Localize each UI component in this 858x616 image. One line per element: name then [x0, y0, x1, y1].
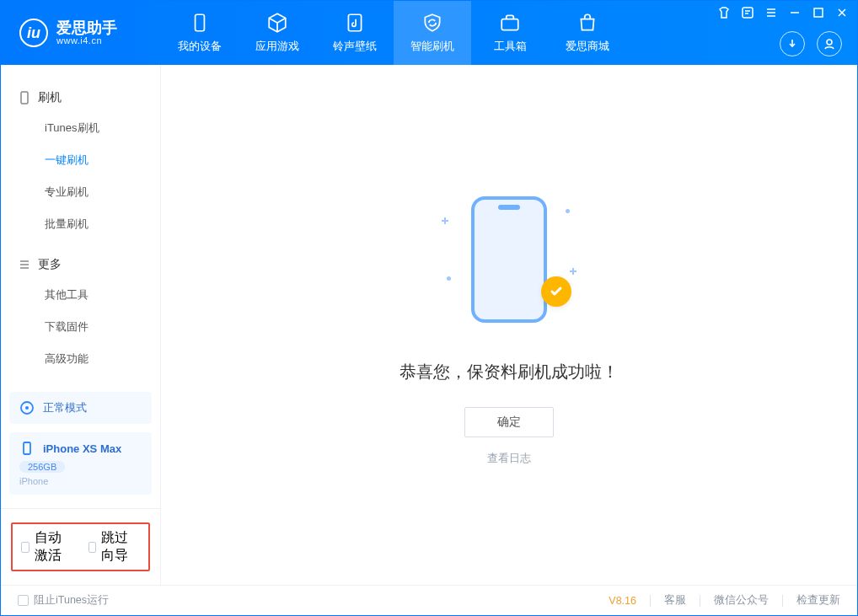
app-window: iu 爱思助手 www.i4.cn 我的设备 应用游戏 铃声壁纸 智能刷机 [0, 0, 858, 616]
app-title: 爱思助手 [56, 20, 117, 35]
device-storage: 256GB [19, 461, 65, 473]
sidebar-item-itunes-flash[interactable]: iTunes刷机 [1, 112, 160, 144]
close-icon[interactable] [835, 6, 849, 19]
checkbox-icon [88, 542, 97, 553]
svg-rect-6 [21, 92, 28, 104]
separator [650, 595, 651, 607]
phone-icon [19, 441, 35, 456]
briefcase-icon [499, 12, 521, 34]
tab-label: 工具箱 [494, 39, 527, 54]
tab-store[interactable]: 爱思商城 [549, 1, 626, 65]
sidebar-group-more: 更多 其他工具 下载固件 高级功能 [1, 240, 160, 375]
logo-icon: iu [19, 19, 48, 47]
status-bar: 阻止iTunes运行 V8.16 客服 微信公众号 检查更新 [1, 585, 857, 615]
app-subtitle: www.i4.cn [56, 35, 117, 46]
mode-card[interactable]: 正常模式 [9, 392, 152, 424]
sidebar-group-header: 更多 [1, 250, 160, 279]
checkbox-icon [21, 542, 29, 553]
success-message: 恭喜您，保资料刷机成功啦！ [400, 361, 619, 383]
mode-icon [19, 400, 35, 415]
wechat-link[interactable]: 微信公众号 [714, 593, 769, 608]
tab-smart-flash[interactable]: 智能刷机 [394, 1, 471, 65]
tab-label: 智能刷机 [410, 39, 454, 54]
svg-rect-4 [814, 8, 823, 17]
svg-rect-9 [24, 442, 30, 454]
user-button[interactable] [817, 31, 842, 56]
sidebar-cards: 正常模式 iPhone XS Max 256GB iPhone [1, 383, 160, 508]
tab-apps-games[interactable]: 应用游戏 [239, 1, 316, 65]
sidebar-group-flash: 刷机 iTunes刷机 一键刷机 专业刷机 批量刷机 [1, 73, 160, 240]
view-log-link[interactable]: 查看日志 [487, 451, 531, 466]
sidebar-group-title: 刷机 [38, 90, 62, 105]
checkbox-label: 自动激活 [35, 529, 73, 565]
header-actions [780, 31, 842, 56]
success-illustration [442, 184, 576, 335]
window-controls [717, 6, 849, 19]
svg-rect-3 [743, 8, 753, 18]
tab-label: 我的设备 [178, 39, 222, 54]
device-icon [189, 12, 211, 34]
separator [700, 595, 700, 607]
support-link[interactable]: 客服 [664, 593, 686, 608]
mode-label: 正常模式 [43, 400, 87, 415]
minimize-icon[interactable] [788, 6, 802, 19]
checkbox-icon [18, 595, 29, 606]
device-type: iPhone [19, 476, 48, 486]
feedback-icon[interactable] [741, 6, 754, 19]
svg-point-8 [25, 406, 29, 410]
tab-ringtone-wallpaper[interactable]: 铃声壁纸 [316, 1, 394, 65]
sidebar-item-advanced[interactable]: 高级功能 [1, 343, 160, 375]
check-update-link[interactable]: 检查更新 [796, 593, 840, 608]
tab-label: 爱思商城 [566, 39, 609, 54]
sidebar: 刷机 iTunes刷机 一键刷机 专业刷机 批量刷机 更多 其他工具 下载固件 … [1, 65, 161, 585]
maximize-icon[interactable] [812, 6, 825, 19]
sidebar-bottom: 自动激活 跳过向导 [1, 508, 160, 585]
separator [782, 595, 783, 607]
auto-activate-checkbox[interactable]: 自动激活 [21, 529, 73, 565]
check-badge-icon [541, 276, 571, 307]
bag-icon [576, 12, 598, 34]
main-content: 恭喜您，保资料刷机成功啦！ 确定 查看日志 [161, 65, 857, 585]
tab-label: 应用游戏 [255, 39, 299, 54]
phone-icon [18, 91, 31, 104]
menu-icon[interactable] [764, 6, 778, 19]
sidebar-group-header: 刷机 [1, 83, 160, 112]
cube-icon [266, 12, 288, 34]
body: 刷机 iTunes刷机 一键刷机 专业刷机 批量刷机 更多 其他工具 下载固件 … [1, 65, 857, 585]
checkbox-label: 跳过向导 [101, 529, 140, 565]
sidebar-item-oneclick-flash[interactable]: 一键刷机 [1, 144, 160, 176]
music-file-icon [344, 12, 366, 34]
svg-rect-2 [501, 19, 518, 30]
skin-icon[interactable] [717, 6, 731, 19]
options-highlight: 自动激活 跳过向导 [11, 522, 150, 571]
block-itunes-checkbox[interactable]: 阻止iTunes运行 [18, 593, 109, 608]
svg-rect-0 [196, 14, 205, 31]
device-card[interactable]: iPhone XS Max 256GB iPhone [9, 432, 152, 495]
sidebar-item-download-firmware[interactable]: 下载固件 [1, 311, 160, 343]
refresh-shield-icon [421, 12, 443, 34]
list-icon [18, 258, 31, 271]
logo: iu 爱思助手 www.i4.cn [1, 19, 161, 47]
ok-button[interactable]: 确定 [464, 407, 554, 437]
header: iu 爱思助手 www.i4.cn 我的设备 应用游戏 铃声壁纸 智能刷机 [1, 1, 857, 65]
sidebar-item-pro-flash[interactable]: 专业刷机 [1, 176, 160, 208]
download-button[interactable] [780, 31, 805, 56]
tab-my-device[interactable]: 我的设备 [161, 1, 239, 65]
sidebar-item-batch-flash[interactable]: 批量刷机 [1, 208, 160, 240]
device-name: iPhone XS Max [43, 442, 121, 455]
tab-toolbox[interactable]: 工具箱 [471, 1, 549, 65]
svg-point-5 [827, 40, 832, 45]
version-label: V8.16 [609, 595, 636, 607]
sidebar-item-other-tools[interactable]: 其他工具 [1, 279, 160, 311]
sidebar-group-title: 更多 [38, 257, 62, 272]
tab-label: 铃声壁纸 [333, 39, 377, 54]
svg-rect-1 [348, 14, 361, 31]
phone-illustration-icon [471, 196, 547, 323]
checkbox-label: 阻止iTunes运行 [34, 593, 109, 608]
nav-tabs: 我的设备 应用游戏 铃声壁纸 智能刷机 工具箱 爱思商城 [161, 1, 626, 65]
skip-guide-checkbox[interactable]: 跳过向导 [88, 529, 141, 565]
